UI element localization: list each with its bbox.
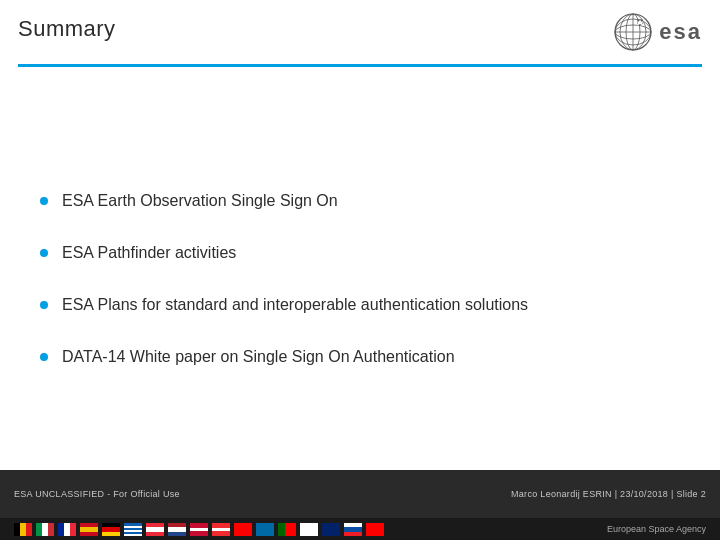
flag-greece — [124, 523, 142, 536]
flag-uk — [322, 523, 340, 536]
bullet-text-1: ESA Earth Observation Single Sign On — [62, 189, 338, 213]
flags-row: European Space Agency — [0, 518, 720, 540]
esa-logo-text: esa — [659, 19, 702, 45]
flag-norway — [212, 523, 230, 536]
bullet-item-4: DATA-14 White paper on Single Sign On Au… — [40, 345, 680, 369]
slide-header: Summary esa — [0, 0, 720, 60]
bullet-item-2: ESA Pathfinder activities — [40, 241, 680, 265]
flag-finland — [300, 523, 318, 536]
bullet-text-4: DATA-14 White paper on Single Sign On Au… — [62, 345, 455, 369]
flag-sweden — [256, 523, 274, 536]
bullet-item-1: ESA Earth Observation Single Sign On — [40, 189, 680, 213]
flag-canada — [366, 523, 384, 536]
flag-portugal — [278, 523, 296, 536]
esa-globe-icon — [613, 12, 653, 52]
flag-germany — [102, 523, 120, 536]
bullet-item-3: ESA Plans for standard and interoperable… — [40, 293, 680, 317]
flag-denmark — [190, 523, 208, 536]
flag-slovakia — [344, 523, 362, 536]
flag-austria — [146, 523, 164, 536]
bullet-dot-1 — [40, 197, 48, 205]
flag-switzerland — [234, 523, 252, 536]
esa-logo: esa — [613, 12, 702, 52]
slide-title: Summary — [18, 12, 116, 42]
footer-classification: ESA UNCLASSIFIED - For Official Use — [14, 489, 180, 499]
flag-spain — [80, 523, 98, 536]
flag-belgium — [14, 523, 32, 536]
slide: Summary esa — [0, 0, 720, 540]
footer-bar: ESA UNCLASSIFIED - For Official Use Marc… — [0, 470, 720, 518]
flag-netherlands — [168, 523, 186, 536]
slide-content: ESA Earth Observation Single Sign On ESA… — [0, 67, 720, 470]
flag-italy — [36, 523, 54, 536]
flag-france — [58, 523, 76, 536]
footer-slide-info: Marco Leonardij ESRIN | 23/10/2018 | Sli… — [511, 489, 706, 499]
bullet-dot-2 — [40, 249, 48, 257]
bullet-text-3: ESA Plans for standard and interoperable… — [62, 293, 528, 317]
bullet-dot-4 — [40, 353, 48, 361]
agency-name: European Space Agency — [607, 524, 706, 534]
bullet-text-2: ESA Pathfinder activities — [62, 241, 236, 265]
bullet-dot-3 — [40, 301, 48, 309]
